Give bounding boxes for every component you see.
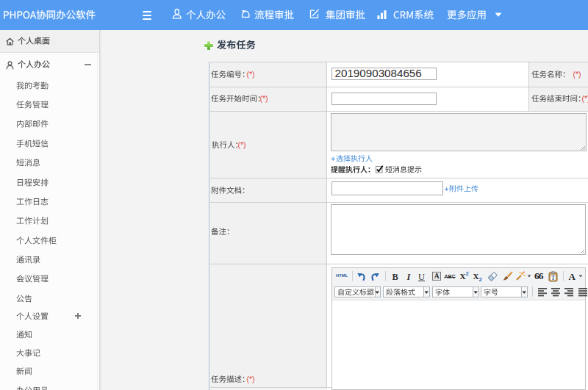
svg-text:T: T: [551, 274, 555, 281]
